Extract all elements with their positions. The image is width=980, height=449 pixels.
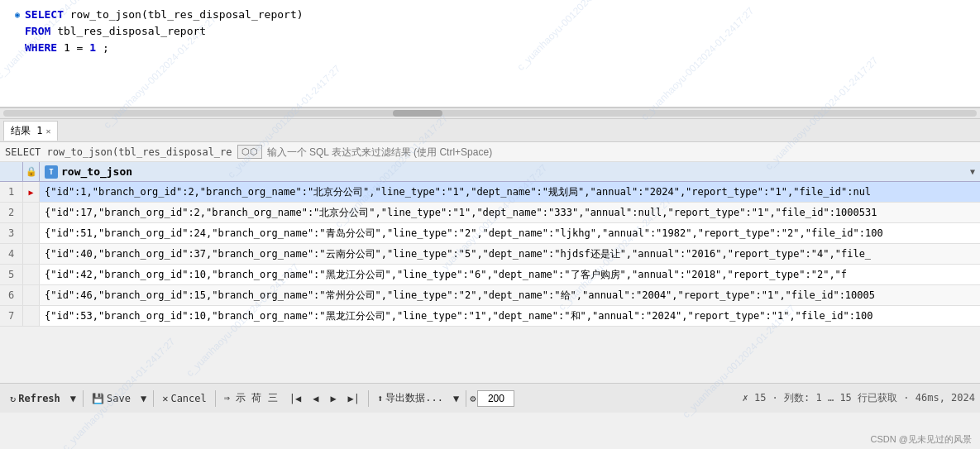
nav-prev-icon: |◀ (289, 393, 301, 404)
refresh-dropdown-arrow: ▼ (70, 393, 76, 404)
row-cell-3: {"id":51,"branch_org_id":24,"branch_org_… (40, 223, 980, 243)
row-num-7: 7 (0, 306, 23, 326)
refresh-dropdown[interactable]: ▼ (67, 390, 79, 407)
save-dropdown[interactable]: ▼ (137, 390, 150, 407)
row-cell-4: {"id":40,"branch_org_id":37,"branch_org_… (40, 244, 980, 264)
col-header-row-num (0, 162, 23, 181)
refresh-icon: ↻ (10, 393, 16, 404)
tab-1-close[interactable]: ✕ (45, 127, 50, 136)
keyword-from: FROM (25, 25, 50, 37)
table-row[interactable]: 7 {"id":53,"branch_org_id":10,"branch_or… (0, 306, 980, 327)
save-button[interactable]: 💾 Save (87, 390, 136, 407)
separator-5 (466, 390, 466, 407)
filter-bar: SELECT row_to_json(tbl_res_disposal_re ⬡… (0, 142, 980, 162)
row-cell-1: {"id":1,"branch_org_id":2,"branch_org_na… (40, 182, 980, 202)
export-icon: ⬆ (377, 393, 383, 404)
col-header-label: row_to_json (61, 165, 132, 178)
export-dropdown[interactable]: ▼ (450, 390, 462, 407)
row-num-1: 1 (0, 182, 23, 202)
filter-input[interactable] (267, 146, 975, 158)
sql-table: tbl_res_disposal_report (57, 25, 206, 37)
row-indicator-7 (23, 306, 40, 326)
sort-icon[interactable]: ▼ (970, 167, 975, 176)
row-indicator-6 (23, 285, 40, 305)
tab-bar: 结果 1 ✕ (0, 119, 980, 142)
save-dropdown-arrow: ▼ (141, 393, 146, 404)
row-num-6: 6 (0, 285, 23, 305)
bottom-toolbar: ↻ Refresh ▼ 💾 Save ▼ ✕ Cancel ⇒ 示 荷 三 |◀… (0, 383, 980, 413)
sql-line-1[interactable]: SELECT row_to_json(tbl_res_disposal_repo… (25, 7, 972, 23)
keyword-select: SELECT (25, 8, 64, 21)
row-cell-6: {"id":46,"branch_org_id":15,"branch_org_… (40, 285, 980, 305)
table-row[interactable]: 5 {"id":42,"branch_org_id":10,"branch_or… (0, 265, 980, 285)
row-cell-7: {"id":53,"branch_org_id":10,"branch_org_… (40, 306, 980, 326)
row-indicator-2 (23, 203, 40, 222)
col-type-icon: T (45, 165, 58, 179)
scrollbar-thumb[interactable] (393, 110, 442, 117)
sql-editor: ◉ SELECT row_to_json(tbl_res_disposal_re… (0, 0, 980, 107)
export-button[interactable]: ⬆ 导出数据... (372, 389, 448, 408)
sql-condition: 1 = (64, 41, 89, 54)
status-icon: ✗ (742, 392, 748, 404)
table-row[interactable]: 2 {"id":17,"branch_org_id":2,"branch_org… (0, 203, 980, 223)
cancel-label: Cancel (170, 393, 206, 404)
tab-1-label: 结果 1 (11, 124, 42, 138)
horizontal-scrollbar[interactable] (0, 107, 980, 119)
table-row[interactable]: 4 {"id":40,"branch_org_id":37,"branch_or… (0, 244, 980, 265)
table-row[interactable]: 3 {"id":51,"branch_org_id":24,"branch_or… (0, 223, 980, 244)
row-indicator-1: ▶ (23, 182, 40, 202)
separator-2 (153, 390, 154, 407)
row-num-4: 4 (0, 244, 23, 264)
csdn-credit: CSDN @见未见过的风景 (871, 433, 972, 446)
nav-prev-row-icon: ◀ (313, 393, 318, 404)
refresh-label: Refresh (18, 393, 60, 404)
table-row[interactable]: 1 ▶ {"id":1,"branch_org_id":2,"branch_or… (0, 182, 980, 203)
save-label: Save (107, 393, 131, 404)
nav-first-icon: ⇒ 示 荷 三 (224, 391, 278, 405)
save-icon: 💾 (92, 393, 104, 404)
row-arrow-icon: ▶ (28, 188, 33, 197)
keyword-where: WHERE (25, 41, 57, 54)
separator-3 (215, 390, 216, 407)
column-header-row: 🔒 T row_to_json ▼ (0, 162, 980, 182)
sql-line-2[interactable]: FROM tbl_res_disposal_report (25, 23, 972, 40)
nav-next-button[interactable]: ▶ (325, 390, 341, 407)
table-row[interactable]: 6 {"id":46,"branch_org_id":15,"branch_or… (0, 285, 980, 306)
filter-query-label: SELECT row_to_json(tbl_res_disposal_re (5, 146, 232, 158)
settings-icon[interactable]: ⚙ (470, 393, 476, 404)
data-table: 1 ▶ {"id":1,"branch_org_id":2,"branch_or… (0, 182, 980, 383)
sql-number: 1 (89, 41, 96, 54)
row-num-3: 3 (0, 223, 23, 243)
export-label: 导出数据... (385, 391, 443, 405)
export-dropdown-arrow: ▼ (453, 393, 459, 404)
separator-1 (83, 390, 84, 407)
limit-input[interactable] (477, 390, 514, 407)
row-cell-2: {"id":17,"branch_org_id":2,"branch_org_n… (40, 203, 980, 222)
sql-semicolon: ; (103, 41, 109, 54)
nav-prev-button[interactable]: ◀ (308, 390, 323, 407)
col-header-cell-row-to-json[interactable]: T row_to_json ▼ (40, 165, 980, 179)
filter-expand-button[interactable]: ⬡⬡ (237, 145, 262, 159)
nav-next-page-button[interactable]: ▶| (343, 390, 365, 407)
sql-line-3[interactable]: WHERE 1 = 1 ; (25, 40, 972, 56)
sql-function-call: row_to_json(tbl_res_disposal_report) (70, 8, 304, 21)
cancel-button[interactable]: ✕ Cancel (157, 390, 212, 407)
nav-first-button[interactable]: ⇒ 示 荷 三 (219, 389, 283, 408)
nav-prev-page-button[interactable]: |◀ (284, 390, 306, 407)
row-indicator-4 (23, 244, 40, 264)
refresh-button[interactable]: ↻ Refresh (5, 390, 65, 407)
row-indicator-3 (23, 223, 40, 243)
line-breakpoint: ◉ (15, 7, 20, 23)
row-num-5: 5 (0, 265, 23, 284)
line-indicators: ◉ (0, 7, 23, 56)
cancel-icon: ✕ (162, 393, 168, 404)
row-cell-5: {"id":42,"branch_org_id":10,"branch_org_… (40, 265, 980, 284)
separator-4 (368, 390, 369, 407)
status-text: ✗ 15 · 列数: 1 … 15 行已获取 · 46ms, 2024 (742, 391, 975, 405)
nav-next-page-icon: ▶| (348, 393, 360, 404)
scrollbar-track[interactable] (3, 110, 977, 117)
results-tab-1[interactable]: 结果 1 ✕ (3, 121, 58, 141)
status-label: 15 · 列数: 1 … 15 行已获取 · 46ms, 2024 (754, 392, 975, 404)
row-indicator-5 (23, 265, 40, 284)
col-header-lock: 🔒 (23, 162, 40, 181)
